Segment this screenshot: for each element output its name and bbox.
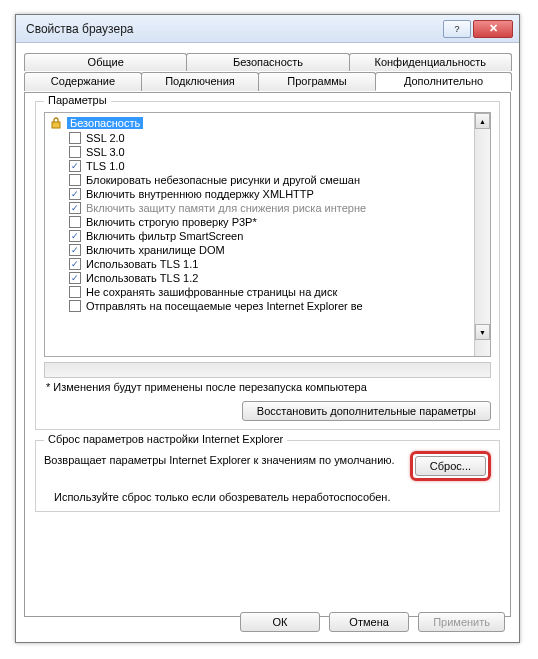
checkbox[interactable]: ✓	[69, 188, 81, 200]
settings-group: Параметры Безопасность SSL 2.0SSL 3.0✓TL…	[35, 101, 500, 430]
reset-group: Сброс параметров настройки Internet Expl…	[35, 440, 500, 512]
setting-label: Включить фильтр SmartScreen	[86, 230, 243, 242]
category-label: Безопасность	[67, 117, 143, 129]
setting-label: Блокировать небезопасные рисунки и друго…	[86, 174, 360, 186]
tab-strip: Общие Безопасность Конфиденциальность Со…	[24, 53, 511, 93]
settings-tree[interactable]: Безопасность SSL 2.0SSL 3.0✓TLS 1.0Блоки…	[44, 112, 491, 357]
reset-button[interactable]: Сброс...	[415, 456, 486, 476]
setting-item[interactable]: ✓Включить хранилище DOM	[45, 243, 474, 257]
reset-note: Используйте сброс только если обозревате…	[44, 491, 491, 503]
restore-defaults-button[interactable]: Восстановить дополнительные параметры	[242, 401, 491, 421]
tab-programs[interactable]: Программы	[258, 72, 376, 91]
checkbox[interactable]: ✓	[69, 258, 81, 270]
checkbox[interactable]	[69, 216, 81, 228]
setting-item[interactable]: Блокировать небезопасные рисунки и друго…	[45, 173, 474, 187]
setting-item[interactable]: SSL 2.0	[45, 131, 474, 145]
setting-label: Включить хранилище DOM	[86, 244, 225, 256]
setting-label: TLS 1.0	[86, 160, 125, 172]
horizontal-scrollbar[interactable]	[44, 362, 491, 378]
svg-rect-0	[52, 122, 60, 128]
setting-item[interactable]: ✓TLS 1.0	[45, 159, 474, 173]
setting-item[interactable]: SSL 3.0	[45, 145, 474, 159]
setting-item[interactable]: ✓Использовать TLS 1.1	[45, 257, 474, 271]
tab-connections[interactable]: Подключения	[141, 72, 259, 91]
checkbox[interactable]	[69, 174, 81, 186]
setting-item[interactable]: Не сохранять зашифрованные страницы на д…	[45, 285, 474, 299]
setting-label: Включить строгую проверку P3P*	[86, 216, 257, 228]
apply-button[interactable]: Применить	[418, 612, 505, 632]
dialog-footer: ОК Отмена Применить	[16, 612, 519, 632]
checkbox[interactable]	[69, 300, 81, 312]
checkbox[interactable]: ✓	[69, 160, 81, 172]
tab-security[interactable]: Безопасность	[186, 53, 349, 71]
lock-icon	[49, 116, 63, 130]
setting-label: Отправлять на посещаемые через Internet …	[86, 300, 363, 312]
checkbox[interactable]	[69, 132, 81, 144]
dialog-window: Свойства браузера ? ✕ Общие Безопасность…	[15, 14, 520, 643]
reset-highlight: Сброс...	[410, 451, 491, 481]
scroll-up-button[interactable]: ▲	[475, 113, 490, 129]
restart-note: * Изменения будут применены после переза…	[46, 381, 491, 393]
tab-general[interactable]: Общие	[24, 53, 187, 71]
setting-label: SSL 2.0	[86, 132, 125, 144]
checkbox[interactable]	[69, 286, 81, 298]
tab-advanced[interactable]: Дополнительно	[375, 72, 512, 91]
vertical-scrollbar[interactable]: ▲ ▼	[474, 113, 490, 356]
settings-group-title: Параметры	[44, 94, 111, 106]
setting-label: SSL 3.0	[86, 146, 125, 158]
setting-label: Не сохранять зашифрованные страницы на д…	[86, 286, 337, 298]
setting-item[interactable]: ✓Использовать TLS 1.2	[45, 271, 474, 285]
category-security[interactable]: Безопасность	[45, 115, 474, 131]
tab-privacy[interactable]: Конфиденциальность	[349, 53, 512, 71]
setting-item[interactable]: ✓Включить фильтр SmartScreen	[45, 229, 474, 243]
help-button[interactable]: ?	[443, 20, 471, 38]
setting-label: Использовать TLS 1.1	[86, 258, 198, 270]
close-button[interactable]: ✕	[473, 20, 513, 38]
settings-tree-content: Безопасность SSL 2.0SSL 3.0✓TLS 1.0Блоки…	[45, 113, 474, 356]
setting-item[interactable]: ✓Включить защиту памяти для снижения рис…	[45, 201, 474, 215]
setting-label: Включить внутреннюю поддержку XMLHTTP	[86, 188, 314, 200]
tab-content[interactable]: Содержание	[24, 72, 142, 91]
cancel-button[interactable]: Отмена	[329, 612, 409, 632]
titlebar[interactable]: Свойства браузера ? ✕	[16, 15, 519, 43]
setting-label: Включить защиту памяти для снижения риск…	[86, 202, 366, 214]
setting-item[interactable]: ✓Включить внутреннюю поддержку XMLHTTP	[45, 187, 474, 201]
reset-group-title: Сброс параметров настройки Internet Expl…	[44, 433, 287, 445]
reset-description: Возвращает параметры Internet Explorer к…	[44, 451, 400, 468]
setting-item[interactable]: Включить строгую проверку P3P*	[45, 215, 474, 229]
dialog-content: Общие Безопасность Конфиденциальность Со…	[16, 43, 519, 642]
setting-item[interactable]: Отправлять на посещаемые через Internet …	[45, 299, 474, 313]
checkbox[interactable]: ✓	[69, 230, 81, 242]
scroll-down-button[interactable]: ▼	[475, 324, 490, 340]
setting-label: Использовать TLS 1.2	[86, 272, 198, 284]
checkbox[interactable]: ✓	[69, 272, 81, 284]
ok-button[interactable]: ОК	[240, 612, 320, 632]
checkbox[interactable]	[69, 146, 81, 158]
tab-panel-advanced: Параметры Безопасность SSL 2.0SSL 3.0✓TL…	[24, 92, 511, 617]
checkbox[interactable]: ✓	[69, 202, 81, 214]
window-title: Свойства браузера	[26, 22, 134, 36]
checkbox[interactable]: ✓	[69, 244, 81, 256]
